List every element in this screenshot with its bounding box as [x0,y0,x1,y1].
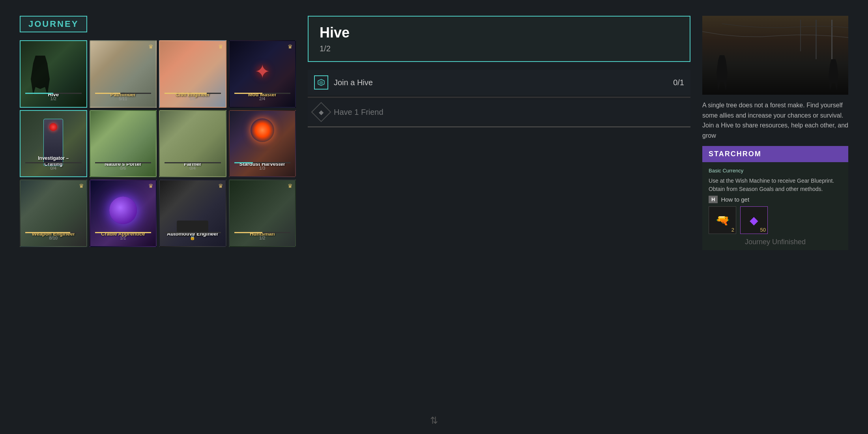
how-to-get: H How to get [709,196,842,203]
diamond-quest-icon: ◆ [311,102,331,122]
gem-icon: ◆ [750,214,758,227]
middle-panel: Hive 1/2 Join a Hive 0/1 ◆ Have 1 Friend [308,16,690,418]
card-investigator-progress: 0/4 [23,166,84,170]
quest-friend-label: Have 1 Friend [334,108,679,117]
currency-name: STARCHROM [709,150,842,158]
crown-icon-pathfinder: ♛ [148,43,153,50]
card-stardust[interactable]: Stardust Harvester 1/3 [229,110,296,178]
journey-title: JOURNEY [20,16,87,32]
card-huntsman-progress: 1/2 [232,236,293,240]
card-grid: Hive 1/2 ♛ Pathfinder 5/11 [20,40,296,247]
reward-item-2: ◆ 50 [740,206,768,234]
reward-1-count: 2 [731,227,734,233]
selected-card-title: Hive [320,24,679,41]
quest-item-join-hive: Join a Hive 0/1 [308,70,690,95]
reward-2-count: 50 [760,227,766,233]
card-natures-porter[interactable]: Nature's Porter 0/6 [90,110,157,178]
selected-title-box: Hive 1/2 [308,16,690,62]
card-stardust-progress: 1/3 [232,166,293,170]
right-panel: A single tree does not a forest make. Fi… [702,16,848,418]
selected-card-subtitle: 1/2 [320,44,679,53]
crown-icon-mod: ♛ [288,43,293,50]
card-automotive-engineer[interactable]: ♛ Automotive Engineer 🔒 [159,180,226,247]
artwork-box [702,16,848,95]
card-cradle-progress: 1/1 [93,236,154,240]
scroll-indicator: ⇅ [430,415,438,426]
card-pathfinder-progress: 5/11 [93,96,154,101]
card-farmer-progress: 0/4 [162,166,223,170]
bullet-icon: 🔫 [716,214,730,227]
crown-icon-cradle: ♛ [148,183,153,189]
crown-icon-huntsman: ♛ [288,183,293,189]
card-investigator[interactable]: Investigator –Crafting 0/4 [20,110,87,178]
currency-desc: Use at the Wish Machine to receive Gear … [709,177,842,193]
mod-icon: ✦ [254,61,270,83]
svg-marker-1 [319,80,323,85]
card-civil-engineer[interactable]: ♛ Civil Engineer 6/8 [159,40,226,108]
quest-join-hive-label: Join a Hive [334,78,668,87]
card-pathfinder[interactable]: ♛ Pathfinder 5/11 [90,40,157,108]
how-to-get-label: How to get [721,196,749,203]
card-farmer[interactable]: Farmer 0/4 [159,110,226,178]
quest-item-friend: ◆ Have 1 Friend [308,99,690,125]
journey-status: Journey Unfinished [709,238,842,246]
left-panel: JOURNEY Hive 1/2 ♛ Pathfinder [20,16,296,418]
card-mod-progress: 2/4 [232,96,293,101]
crown-icon-automotive: ♛ [218,183,223,189]
crown-icon-weapon: ♛ [79,183,84,189]
card-mod-master[interactable]: ✦ ♛ Mod Master 2/4 [229,40,296,108]
card-weapon-progress: 8/10 [23,236,84,240]
currency-label: Basic Currency [709,168,842,174]
card-automotive-progress: 🔒 [162,235,223,240]
card-cradle-apprentice[interactable]: ♛ Cradle Apprentice 1/1 [90,180,157,247]
card-weapon-engineer[interactable]: ♛ Weapon Engineer 8/10 [20,180,87,247]
card-hive-progress: 1/2 [23,96,84,101]
card-hive[interactable]: Hive 1/2 [20,40,87,108]
how-to-get-key: H [709,196,718,203]
quest-join-hive-progress: 0/1 [673,78,684,87]
crown-icon-civil: ♛ [218,43,223,50]
card-huntsman[interactable]: ♛ Huntsman 1/2 [229,180,296,247]
card-civil-progress: 6/8 [162,96,223,101]
currency-box: STARCHROM [702,146,848,162]
description-text: A single tree does not a forest make. Fi… [702,100,848,140]
reward-items: 🔫 2 ◆ 50 [709,206,842,234]
reward-item-1: 🔫 2 [709,206,736,234]
card-natures-progress: 0/6 [93,166,154,170]
hive-quest-icon [314,75,328,90]
